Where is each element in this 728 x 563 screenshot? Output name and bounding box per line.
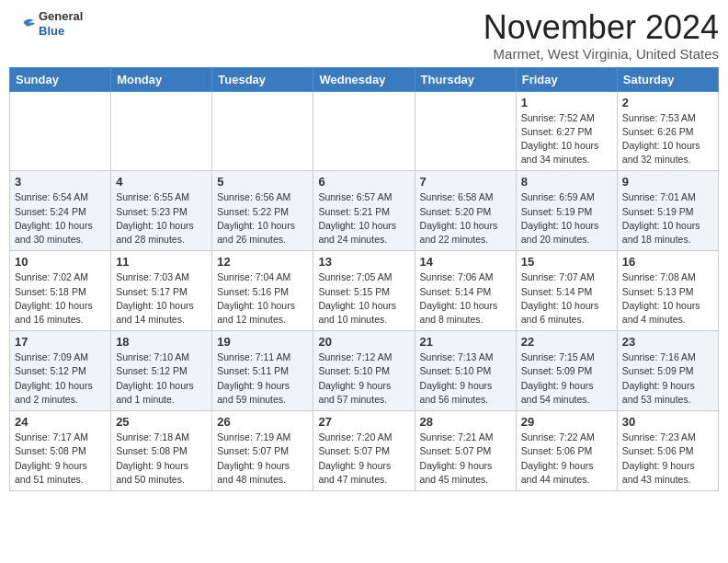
day-number: 17: [15, 335, 106, 349]
day-info: Sunrise: 6:58 AM Sunset: 5:20 PM Dayligh…: [420, 190, 511, 247]
calendar-cell: 9Sunrise: 7:01 AM Sunset: 5:19 PM Daylig…: [617, 171, 718, 251]
calendar-cell: 11Sunrise: 7:03 AM Sunset: 5:17 PM Dayli…: [111, 251, 212, 331]
day-info: Sunrise: 7:07 AM Sunset: 5:14 PM Dayligh…: [521, 270, 612, 327]
day-info: Sunrise: 7:22 AM Sunset: 5:06 PM Dayligh…: [521, 431, 612, 487]
month-title: November 2024: [483, 9, 719, 46]
day-info: Sunrise: 6:59 AM Sunset: 5:19 PM Dayligh…: [521, 190, 612, 247]
day-info: Sunrise: 7:13 AM Sunset: 5:10 PM Dayligh…: [420, 350, 511, 407]
day-number: 27: [318, 415, 409, 429]
logo: General Blue: [9, 9, 83, 38]
day-number: 4: [116, 175, 207, 189]
calendar-cell: 12Sunrise: 7:04 AM Sunset: 5:16 PM Dayli…: [212, 251, 313, 331]
day-info: Sunrise: 7:19 AM Sunset: 5:07 PM Dayligh…: [217, 431, 308, 487]
day-info: Sunrise: 7:01 AM Sunset: 5:19 PM Dayligh…: [622, 190, 713, 247]
day-number: 30: [622, 415, 713, 429]
day-info: Sunrise: 7:10 AM Sunset: 5:12 PM Dayligh…: [116, 350, 207, 407]
day-number: 14: [420, 255, 511, 269]
calendar-cell: 14Sunrise: 7:06 AM Sunset: 5:14 PM Dayli…: [415, 251, 516, 331]
calendar-cell: 22Sunrise: 7:15 AM Sunset: 5:09 PM Dayli…: [516, 331, 617, 411]
day-number: 9: [622, 175, 713, 189]
day-number: 7: [420, 175, 511, 189]
day-info: Sunrise: 7:05 AM Sunset: 5:15 PM Dayligh…: [318, 270, 409, 327]
calendar-cell: [313, 91, 415, 171]
calendar-cell: 10Sunrise: 7:02 AM Sunset: 5:18 PM Dayli…: [10, 251, 111, 331]
week-row-4: 17Sunrise: 7:09 AM Sunset: 5:12 PM Dayli…: [10, 331, 719, 411]
title-area: November 2024 Marmet, West Virginia, Uni…: [483, 9, 719, 62]
day-number: 29: [521, 415, 612, 429]
calendar-cell: 30Sunrise: 7:23 AM Sunset: 5:06 PM Dayli…: [617, 411, 718, 491]
header: General Blue November 2024 Marmet, West …: [9, 9, 719, 62]
week-row-2: 3Sunrise: 6:54 AM Sunset: 5:24 PM Daylig…: [10, 171, 719, 251]
day-info: Sunrise: 6:55 AM Sunset: 5:23 PM Dayligh…: [116, 190, 207, 247]
day-info: Sunrise: 7:21 AM Sunset: 5:07 PM Dayligh…: [420, 431, 511, 487]
logo-general-text: General: [39, 9, 83, 24]
weekday-header-saturday: Saturday: [617, 67, 718, 91]
day-number: 8: [521, 175, 612, 189]
day-info: Sunrise: 7:53 AM Sunset: 6:26 PM Dayligh…: [622, 111, 713, 167]
calendar-cell: 2Sunrise: 7:53 AM Sunset: 6:26 PM Daylig…: [617, 91, 718, 171]
day-number: 1: [521, 96, 612, 109]
weekday-header-tuesday: Tuesday: [212, 67, 313, 91]
day-number: 21: [420, 335, 511, 349]
weekday-header-monday: Monday: [111, 67, 212, 91]
week-row-5: 24Sunrise: 7:17 AM Sunset: 5:08 PM Dayli…: [10, 411, 719, 491]
calendar-cell: 27Sunrise: 7:20 AM Sunset: 5:07 PM Dayli…: [313, 411, 415, 491]
calendar-cell: [212, 91, 313, 171]
weekday-header-thursday: Thursday: [415, 67, 516, 91]
calendar-cell: 16Sunrise: 7:08 AM Sunset: 5:13 PM Dayli…: [617, 251, 718, 331]
day-number: 20: [318, 335, 409, 349]
day-info: Sunrise: 6:56 AM Sunset: 5:22 PM Dayligh…: [217, 190, 308, 247]
weekday-header-friday: Friday: [516, 67, 617, 91]
weekday-row: SundayMondayTuesdayWednesdayThursdayFrid…: [10, 67, 719, 91]
calendar-cell: 5Sunrise: 6:56 AM Sunset: 5:22 PM Daylig…: [212, 171, 313, 251]
day-number: 2: [622, 96, 713, 109]
day-info: Sunrise: 7:17 AM Sunset: 5:08 PM Dayligh…: [15, 431, 106, 487]
week-row-3: 10Sunrise: 7:02 AM Sunset: 5:18 PM Dayli…: [10, 251, 719, 331]
calendar-cell: 20Sunrise: 7:12 AM Sunset: 5:10 PM Dayli…: [313, 331, 415, 411]
day-number: 10: [15, 255, 106, 269]
calendar-cell: 15Sunrise: 7:07 AM Sunset: 5:14 PM Dayli…: [516, 251, 617, 331]
calendar-cell: 1Sunrise: 7:52 AM Sunset: 6:27 PM Daylig…: [516, 91, 617, 171]
calendar-cell: 19Sunrise: 7:11 AM Sunset: 5:11 PM Dayli…: [212, 331, 313, 411]
day-info: Sunrise: 7:18 AM Sunset: 5:08 PM Dayligh…: [116, 431, 207, 487]
day-number: 15: [521, 255, 612, 269]
day-number: 25: [116, 415, 207, 429]
day-info: Sunrise: 7:06 AM Sunset: 5:14 PM Dayligh…: [420, 270, 511, 327]
calendar-header: SundayMondayTuesdayWednesdayThursdayFrid…: [10, 67, 719, 91]
day-info: Sunrise: 7:23 AM Sunset: 5:06 PM Dayligh…: [622, 431, 713, 487]
calendar-cell: [10, 91, 111, 171]
day-info: Sunrise: 7:08 AM Sunset: 5:13 PM Dayligh…: [622, 270, 713, 327]
week-row-1: 1Sunrise: 7:52 AM Sunset: 6:27 PM Daylig…: [10, 91, 719, 171]
day-number: 12: [217, 255, 308, 269]
logo-blue-text: Blue: [39, 24, 83, 39]
logo-text: General Blue: [39, 9, 83, 38]
calendar-cell: 4Sunrise: 6:55 AM Sunset: 5:23 PM Daylig…: [111, 171, 212, 251]
calendar-cell: 17Sunrise: 7:09 AM Sunset: 5:12 PM Dayli…: [10, 331, 111, 411]
calendar-cell: 25Sunrise: 7:18 AM Sunset: 5:08 PM Dayli…: [111, 411, 212, 491]
calendar-cell: 13Sunrise: 7:05 AM Sunset: 5:15 PM Dayli…: [313, 251, 415, 331]
weekday-header-wednesday: Wednesday: [313, 67, 415, 91]
day-info: Sunrise: 7:11 AM Sunset: 5:11 PM Dayligh…: [217, 350, 308, 407]
day-number: 11: [116, 255, 207, 269]
day-number: 3: [15, 175, 106, 189]
day-number: 19: [217, 335, 308, 349]
calendar-cell: [111, 91, 212, 171]
calendar-cell: 21Sunrise: 7:13 AM Sunset: 5:10 PM Dayli…: [415, 331, 516, 411]
calendar-cell: 3Sunrise: 6:54 AM Sunset: 5:24 PM Daylig…: [10, 171, 111, 251]
day-info: Sunrise: 7:03 AM Sunset: 5:17 PM Dayligh…: [116, 270, 207, 327]
calendar-cell: 18Sunrise: 7:10 AM Sunset: 5:12 PM Dayli…: [111, 331, 212, 411]
weekday-header-sunday: Sunday: [10, 67, 111, 91]
logo-icon: [9, 11, 35, 37]
calendar-cell: 28Sunrise: 7:21 AM Sunset: 5:07 PM Dayli…: [415, 411, 516, 491]
calendar-cell: 8Sunrise: 6:59 AM Sunset: 5:19 PM Daylig…: [516, 171, 617, 251]
day-info: Sunrise: 7:15 AM Sunset: 5:09 PM Dayligh…: [521, 350, 612, 407]
day-info: Sunrise: 6:57 AM Sunset: 5:21 PM Dayligh…: [318, 190, 409, 247]
day-info: Sunrise: 7:04 AM Sunset: 5:16 PM Dayligh…: [217, 270, 308, 327]
day-info: Sunrise: 7:12 AM Sunset: 5:10 PM Dayligh…: [318, 350, 409, 407]
day-info: Sunrise: 7:02 AM Sunset: 5:18 PM Dayligh…: [15, 270, 106, 327]
day-number: 5: [217, 175, 308, 189]
day-number: 24: [15, 415, 106, 429]
calendar-cell: 7Sunrise: 6:58 AM Sunset: 5:20 PM Daylig…: [415, 171, 516, 251]
day-info: Sunrise: 6:54 AM Sunset: 5:24 PM Dayligh…: [15, 190, 106, 247]
calendar-cell: 29Sunrise: 7:22 AM Sunset: 5:06 PM Dayli…: [516, 411, 617, 491]
